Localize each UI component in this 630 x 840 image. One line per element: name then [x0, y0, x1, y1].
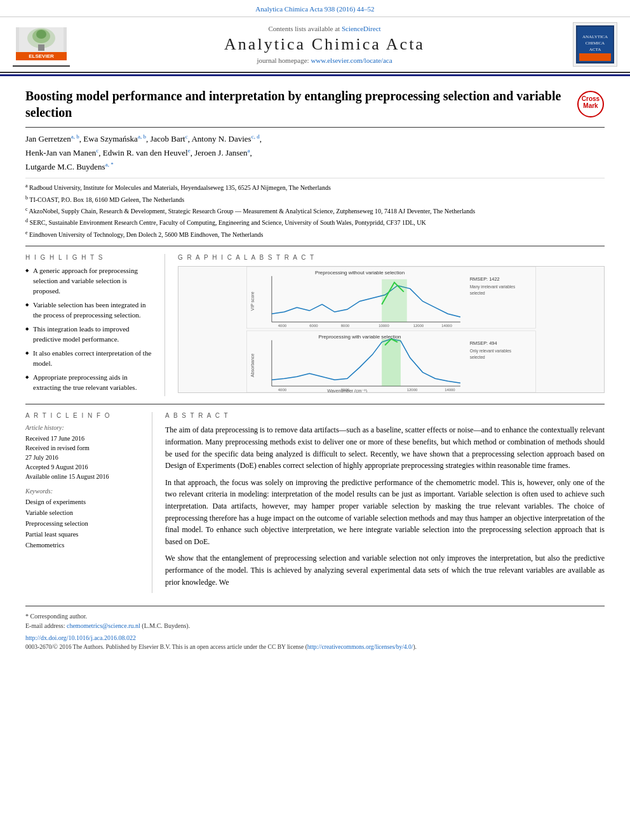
author-8-sup: a, * — [105, 161, 114, 168]
article-info-abstract-section: A R T I C L E I N F O Article history: R… — [25, 404, 605, 593]
keyword-4: Partial least squares — [25, 530, 143, 540]
svg-text:4000: 4000 — [278, 388, 287, 392]
svg-text:Only relevant variables: Only relevant variables — [470, 349, 511, 354]
svg-text:Absorbance: Absorbance — [250, 354, 255, 377]
license-text: 0003-2670/© 2016 The Authors. Published … — [25, 644, 307, 650]
highlight-item-3: This integration leads to improved predi… — [25, 324, 156, 345]
abstract-paragraph-3: We show that the entanglement of preproc… — [165, 552, 605, 588]
aca-right-logo: ANALYTICA CHIMICA ACTA — [573, 22, 617, 67]
highlight-item-1: A generic approach for preprocessing sel… — [25, 266, 156, 297]
author-6-sup: e — [188, 147, 191, 154]
science-direct-link[interactable]: ScienceDirect — [342, 25, 381, 32]
author-8-name: Lutgarde M.C. Buydens — [25, 162, 105, 171]
author-4-sup: c, d — [251, 133, 260, 140]
email-label: E-mail address: — [25, 622, 65, 629]
svg-rect-10 — [579, 53, 611, 61]
svg-text:12000: 12000 — [413, 324, 424, 328]
svg-text:selected: selected — [470, 355, 485, 359]
keywords-label: Keywords: — [25, 488, 143, 495]
affiliations-section: a Radboud University, Institute for Mole… — [25, 178, 605, 239]
highlights-heading: H I G H L I G H T S — [25, 254, 156, 261]
author-7-name: Jeroen J. Jansen — [194, 148, 247, 157]
journal-center-block: Contents lists available at ScienceDirec… — [76, 25, 573, 64]
article-info-column: A R T I C L E I N F O Article history: R… — [25, 412, 152, 593]
footer-section: * Corresponding author. E-mail address: … — [25, 606, 605, 650]
keyword-5: Chemometrics — [25, 540, 143, 551]
email-line: E-mail address: chemometrics@science.ru.… — [25, 622, 605, 629]
article-title-section: Boosting model performance and interpret… — [25, 88, 605, 128]
article-info-heading: A R T I C L E I N F O — [25, 412, 143, 419]
email-suffix: (L.M.C. Buydens). — [142, 622, 190, 629]
graphical-abstract-figure: Preprocessing without variable selection… — [178, 266, 605, 393]
revised-date: 27 July 2016 — [25, 453, 143, 462]
article-title-text: Boosting model performance and interpret… — [25, 88, 568, 121]
svg-rect-2 — [38, 44, 44, 51]
author-5-sup: c — [96, 147, 98, 154]
author-3-name: Jacob Bart — [150, 134, 185, 143]
svg-text:14000: 14000 — [445, 388, 455, 392]
author-line-1: Jan Gerretzena, b, Ewa Szymańskaa, b, Ja… — [25, 133, 605, 145]
keywords-section: Keywords: Design of experiments Variable… — [25, 488, 143, 550]
highlights-graphical-section: H I G H L I G H T S A generic approach f… — [25, 246, 605, 396]
svg-rect-34 — [382, 339, 401, 386]
license-link[interactable]: http://creativecommons.org/licenses/by/4… — [307, 644, 413, 650]
elsevier-logo: ELSEVIER — [13, 22, 70, 67]
journal-reference-link[interactable]: Analytica Chimica Acta 938 (2016) 44–52 — [255, 5, 374, 13]
abstract-paragraph-2: In that approach, the focus was solely o… — [165, 477, 605, 548]
highlight-item-4: It also enables correct interpretation o… — [25, 349, 156, 369]
author-line-2: Henk-Jan van Manenc, Edwin R. van den He… — [25, 147, 605, 159]
article-dates: Received 17 June 2016 Received in revise… — [25, 434, 143, 481]
science-direct-line: Contents lists available at ScienceDirec… — [76, 25, 573, 32]
svg-text:Preprocessing with variable se: Preprocessing with variable selection — [318, 334, 401, 340]
author-4-name: Antony N. Davies — [191, 134, 251, 143]
keyword-1: Design of experiments — [25, 497, 143, 508]
abstract-paragraph-1: The aim of data preprocessing is to remo… — [165, 424, 605, 471]
svg-text:RMSEP: 1422: RMSEP: 1422 — [470, 276, 500, 282]
author-5-name: Henk-Jan van Manen — [25, 148, 96, 157]
affiliation-b: b TI-COAST, P.O. Box 18, 6160 MD Geleen,… — [25, 194, 605, 204]
crossmark[interactable]: Cross Mark — [577, 90, 605, 121]
author-7-sup: a — [248, 147, 250, 154]
svg-text:selected: selected — [470, 291, 485, 295]
author-2-name: Ewa Szymańska — [83, 134, 138, 143]
homepage-link[interactable]: www.elsevier.com/locate/aca — [311, 57, 392, 64]
graphical-abstract-heading: G R A P H I C A L A B S T R A C T — [178, 254, 605, 261]
received-revised-label: Received in revised form — [25, 443, 143, 453]
journal-header: ELSEVIER Contents lists available at Sci… — [0, 17, 630, 73]
keywords-list: Design of experiments Variable selection… — [25, 497, 143, 550]
svg-text:12000: 12000 — [407, 388, 418, 392]
svg-rect-19 — [382, 279, 407, 322]
abstract-text: The aim of data preprocessing is to remo… — [165, 424, 605, 588]
affiliation-c: c AkzoNobel, Supply Chain, Research & De… — [25, 206, 605, 216]
email-link[interactable]: chemometrics@science.ru.nl — [67, 622, 140, 629]
svg-text:Mark: Mark — [583, 102, 598, 109]
svg-text:VIP score: VIP score — [250, 291, 255, 310]
svg-text:ACTA: ACTA — [589, 47, 601, 52]
svg-text:CHIMICA: CHIMICA — [586, 41, 605, 46]
author-3-sup: c — [185, 133, 188, 140]
doi-link[interactable]: http://dx.doi.org/10.1016/j.aca.2016.08.… — [25, 634, 136, 641]
corresponding-note: * Corresponding author. — [25, 613, 605, 620]
svg-text:4000: 4000 — [278, 324, 287, 328]
svg-text:8000: 8000 — [341, 324, 350, 328]
abstract-column: A B S T R A C T The aim of data preproce… — [165, 412, 605, 593]
graphical-abstract-column: G R A P H I C A L A B S T R A C T Prepro… — [178, 254, 605, 396]
journal-title: Analytica Chimica Acta — [76, 35, 573, 54]
received-date: Received 17 June 2016 — [25, 434, 143, 443]
svg-text:6000: 6000 — [309, 324, 318, 328]
abstract-heading: A B S T R A C T — [165, 412, 605, 419]
keyword-3: Preprocessing selection — [25, 519, 143, 530]
svg-point-4 — [36, 30, 46, 39]
author-2-sup: a, b — [138, 133, 146, 140]
content-area: Boosting model performance and interpret… — [0, 76, 630, 663]
elsevier-logo-image — [16, 27, 67, 52]
available-online-date: Available online 15 August 2016 — [25, 472, 143, 481]
license-line: 0003-2670/© 2016 The Authors. Published … — [25, 644, 605, 650]
svg-text:8000: 8000 — [341, 388, 350, 392]
svg-text:10000: 10000 — [379, 324, 389, 328]
highlight-item-5: Appropriate preprocessing aids in extrac… — [25, 373, 156, 393]
keyword-2: Variable selection — [25, 508, 143, 519]
article-title: Boosting model performance and interpret… — [25, 88, 568, 121]
author-1-sup: a, b — [71, 133, 79, 140]
highlights-column: H I G H L I G H T S A generic approach f… — [25, 254, 165, 396]
